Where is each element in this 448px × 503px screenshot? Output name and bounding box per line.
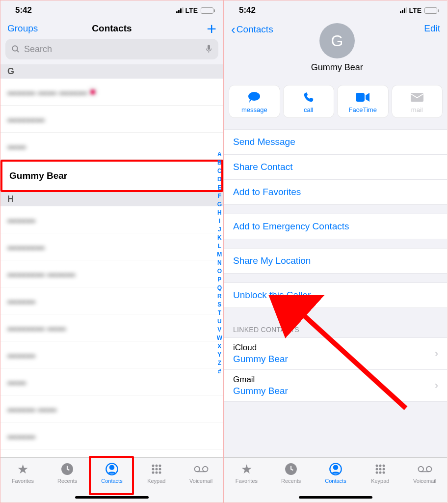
add-emergency-button[interactable]: Add to Emergency Contacts — [224, 214, 447, 239]
tab-recents[interactable]: Recents — [48, 462, 87, 484]
nav-bar: ‹ Contacts G Gummy Bear Edit — [224, 20, 447, 82]
svg-point-8 — [155, 465, 158, 467]
chevron-left-icon: ‹ — [231, 23, 236, 36]
contact-row[interactable]: ▬▬ — [0, 133, 223, 160]
keypad-icon — [374, 462, 386, 476]
home-indicator[interactable] — [299, 496, 372, 499]
chevron-right-icon: › — [435, 379, 438, 392]
edit-button[interactable]: Edit — [401, 23, 440, 34]
call-button[interactable]: call — [284, 85, 334, 117]
svg-rect-20 — [356, 93, 365, 102]
contact-row[interactable]: ▬▬ — [0, 368, 223, 395]
add-to-favorites-button[interactable]: Add to Favorites — [224, 180, 447, 205]
back-button[interactable]: ‹ Contacts — [231, 23, 273, 36]
plus-icon: + — [207, 25, 216, 33]
facetime-button[interactable]: FaceTime — [338, 85, 388, 117]
send-message-button[interactable]: Send Message — [224, 130, 447, 155]
svg-point-33 — [382, 472, 385, 474]
add-contact-button[interactable]: + — [177, 25, 216, 33]
unblock-caller-button[interactable]: Unblock this Caller — [224, 283, 447, 308]
svg-point-9 — [158, 465, 161, 467]
contact-row[interactable]: ▬▬▬ — [0, 422, 223, 449]
svg-point-35 — [426, 467, 432, 472]
contact-row-gummy-bear[interactable]: Gummy Bear — [0, 160, 223, 192]
section-header-h: H — [0, 192, 223, 206]
contact-row[interactable]: ▬▬▬ — [0, 287, 223, 314]
search-row: Search — [0, 39, 223, 64]
svg-point-29 — [379, 468, 381, 471]
contact-row[interactable]: ▬▬▬ ▬▬ ▬▬▬ — [0, 79, 223, 106]
tab-recents[interactable]: Recents — [271, 462, 311, 484]
contact-row[interactable]: ▬▬▬ — [0, 206, 223, 233]
contact-list[interactable]: G ▬▬▬ ▬▬ ▬▬▬ ▬▬▬▬ ▬▬ Gummy Bear H ▬▬▬ ▬▬… — [0, 64, 223, 457]
voicemail-icon — [194, 462, 209, 476]
contact-row[interactable]: ▬▬▬ ▬▬ — [0, 395, 223, 422]
svg-line-1 — [17, 50, 19, 52]
tab-bar: ★ Favorites Recents Contacts Keypad Vo — [0, 457, 223, 503]
video-icon — [356, 90, 369, 104]
svg-point-28 — [375, 468, 378, 471]
search-input[interactable]: Search — [5, 39, 218, 59]
status-indicators: LTE — [176, 6, 213, 14]
message-icon — [247, 90, 261, 104]
tab-voicemail[interactable]: Voicemail — [405, 462, 445, 484]
mail-icon — [411, 90, 423, 104]
svg-rect-21 — [411, 93, 423, 102]
tab-contacts[interactable]: Contacts — [316, 462, 355, 484]
svg-point-0 — [12, 46, 18, 51]
clock: 5:42 — [239, 5, 256, 15]
keypad-icon — [151, 462, 162, 476]
svg-rect-2 — [208, 45, 210, 50]
share-contact-button[interactable]: Share Contact — [224, 155, 447, 180]
tab-voicemail[interactable]: Voicemail — [182, 462, 221, 484]
linked-contact-gmail[interactable]: Gmail Gummy Bear › — [224, 370, 447, 402]
svg-point-24 — [334, 465, 338, 469]
share-location-button[interactable]: Share My Location — [224, 249, 447, 274]
person-circle-icon — [329, 462, 343, 476]
tab-keypad[interactable]: Keypad — [137, 462, 176, 484]
microphone-icon[interactable] — [205, 44, 212, 54]
svg-point-13 — [152, 472, 154, 474]
clock-icon — [285, 462, 297, 476]
contact-row[interactable]: ▬▬▬▬ — [0, 106, 223, 133]
svg-point-30 — [382, 468, 385, 471]
clock-icon — [61, 462, 74, 476]
tab-bar: ★ Favorites Recents Contacts Keypad Vo — [224, 457, 447, 503]
battery-icon — [424, 7, 437, 14]
battery-icon — [201, 7, 213, 14]
tab-keypad[interactable]: Keypad — [361, 462, 400, 484]
status-bar: 5:42 LTE — [224, 0, 447, 20]
tab-favorites[interactable]: ★ Favorites — [3, 462, 42, 484]
status-bar: 5:42 LTE — [0, 0, 223, 20]
svg-point-12 — [158, 468, 161, 471]
network-label: LTE — [185, 6, 198, 14]
message-button[interactable]: message — [229, 85, 280, 117]
star-icon: ★ — [241, 462, 252, 476]
page-title: Contacts — [92, 23, 132, 34]
contact-row[interactable]: ▬▬▬▬ ▬▬▬ — [0, 260, 223, 287]
svg-point-14 — [155, 472, 158, 474]
annotation-box — [89, 456, 134, 495]
contact-detail-screen: 5:42 LTE ‹ Contacts G Gummy Bear Edit me… — [224, 0, 448, 503]
network-label: LTE — [409, 6, 422, 14]
home-indicator[interactable] — [75, 496, 149, 499]
quick-actions: message call FaceTime mail — [224, 82, 447, 124]
svg-point-19 — [248, 92, 260, 101]
svg-point-25 — [375, 465, 378, 467]
star-icon: ★ — [17, 462, 28, 476]
tab-favorites[interactable]: ★ Favorites — [227, 462, 266, 484]
linked-contacts-header: LINKED CONTACTS — [224, 317, 447, 337]
groups-button[interactable]: Groups — [7, 23, 47, 34]
action-list: Send Message Share Contact Add to Favori… — [224, 124, 447, 402]
alpha-index[interactable]: ABCDEFGHIJKLMNOPQRSTUVWXYZ# — [217, 150, 222, 376]
search-icon — [11, 45, 20, 54]
linked-contact-icloud[interactable]: iCloud Gummy Bear › — [224, 337, 447, 370]
contact-name: Gummy Bear — [311, 62, 363, 73]
contacts-list-screen: 5:42 LTE Groups Contacts + Search G ▬▬▬ … — [0, 0, 224, 503]
search-placeholder: Search — [24, 44, 201, 55]
contact-row[interactable]: ▬▬▬▬ ▬▬ — [0, 314, 223, 341]
svg-point-15 — [158, 472, 161, 474]
contact-row[interactable]: ▬▬▬ — [0, 341, 223, 368]
phone-icon — [303, 90, 314, 104]
contact-row[interactable]: ▬▬▬▬ — [0, 233, 223, 260]
